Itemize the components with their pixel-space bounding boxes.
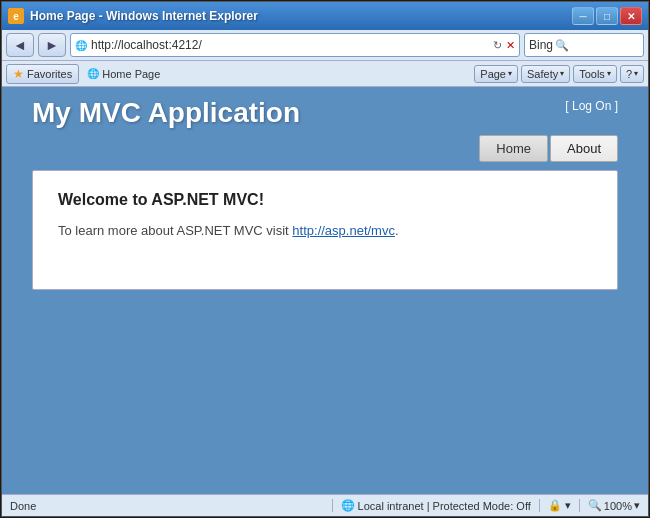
page-chevron: ▾ — [508, 69, 512, 78]
help-label: ? — [626, 68, 632, 80]
tab-homepage[interactable]: 🌐 Home Page — [87, 68, 160, 80]
maximize-button[interactable]: □ — [596, 7, 618, 25]
stop-icon[interactable]: ✕ — [506, 39, 515, 52]
browser-window: e Home Page - Windows Internet Explorer … — [1, 1, 649, 517]
text-before-link: To learn more about ASP.NET MVC visit — [58, 223, 292, 238]
tools-menu[interactable]: Tools ▾ — [573, 65, 617, 83]
app-title: My MVC Application — [32, 97, 300, 129]
status-lock: 🔒 ▾ — [539, 499, 571, 512]
about-nav-button[interactable]: About — [550, 135, 618, 162]
search-wrap[interactable]: Bing 🔍 — [524, 33, 644, 57]
refresh-icon[interactable]: ↻ — [493, 39, 502, 52]
status-text: Done — [10, 500, 324, 512]
window-controls: ─ □ ✕ — [572, 7, 642, 25]
help-chevron: ▾ — [634, 69, 638, 78]
browser-content: My MVC Application [ Log On ] Home About… — [2, 87, 648, 494]
address-bar: ◄ ► 🌐 http://localhost:4212/ ↻ ✕ Bing 🔍 — [2, 30, 648, 61]
welcome-heading: Welcome to ASP.NET MVC! — [58, 191, 592, 209]
search-text: Bing — [529, 38, 553, 52]
safety-chevron: ▾ — [560, 69, 564, 78]
nav-buttons: Home About — [479, 135, 618, 162]
tools-chevron: ▾ — [607, 69, 611, 78]
lock-chevron[interactable]: ▾ — [565, 499, 571, 511]
lock-icon: 🔒 — [548, 499, 562, 511]
favorites-label: Favorites — [27, 68, 72, 80]
tools-label: Tools — [579, 68, 605, 80]
ie-icon: e — [8, 8, 24, 24]
close-button[interactable]: ✕ — [620, 7, 642, 25]
back-button[interactable]: ◄ — [6, 33, 34, 57]
text-after-link: . — [395, 223, 399, 238]
page-icon: 🌐 — [75, 40, 87, 51]
tab-page-icon: 🌐 — [87, 68, 99, 79]
toolbar-right: Page ▾ Safety ▾ Tools ▾ ? ▾ — [474, 65, 644, 83]
star-icon: ★ — [13, 67, 24, 81]
favorites-button[interactable]: ★ Favorites — [6, 64, 79, 84]
app-header: My MVC Application [ Log On ] Home About — [2, 87, 648, 170]
minimize-button[interactable]: ─ — [572, 7, 594, 25]
address-input-wrap[interactable]: 🌐 http://localhost:4212/ ↻ ✕ — [70, 33, 520, 57]
address-input[interactable]: http://localhost:4212/ — [91, 38, 489, 52]
zoom-chevron[interactable]: ▾ — [634, 499, 640, 512]
status-zone: 🌐 Local intranet | Protected Mode: Off — [332, 499, 531, 512]
status-zoom: 🔍 100% ▾ — [579, 499, 640, 512]
content-area: Welcome to ASP.NET MVC! To learn more ab… — [32, 170, 618, 290]
app-title-row: My MVC Application [ Log On ] — [32, 97, 618, 129]
safety-menu[interactable]: Safety ▾ — [521, 65, 570, 83]
mvc-link[interactable]: http://asp.net/mvc — [292, 223, 395, 238]
zoom-text: 100% — [604, 500, 632, 512]
zoom-icon: 🔍 — [588, 499, 602, 512]
status-bar: Done 🌐 Local intranet | Protected Mode: … — [2, 494, 648, 516]
tab-label: Home Page — [102, 68, 160, 80]
status-zone-text: Local intranet | Protected Mode: Off — [358, 500, 531, 512]
window-title: Home Page - Windows Internet Explorer — [30, 9, 566, 23]
welcome-text: To learn more about ASP.NET MVC visit ht… — [58, 223, 592, 238]
title-bar: e Home Page - Windows Internet Explorer … — [2, 2, 648, 30]
status-zone-icon: 🌐 — [341, 499, 355, 512]
page-label: Page — [480, 68, 506, 80]
forward-button[interactable]: ► — [38, 33, 66, 57]
help-menu[interactable]: ? ▾ — [620, 65, 644, 83]
home-nav-button[interactable]: Home — [479, 135, 548, 162]
logon-link[interactable]: [ Log On ] — [565, 97, 618, 113]
favorites-bar: ★ Favorites 🌐 Home Page Page ▾ Safety ▾ … — [2, 61, 648, 87]
page-menu[interactable]: Page ▾ — [474, 65, 518, 83]
search-button[interactable]: 🔍 — [555, 39, 569, 52]
safety-label: Safety — [527, 68, 558, 80]
